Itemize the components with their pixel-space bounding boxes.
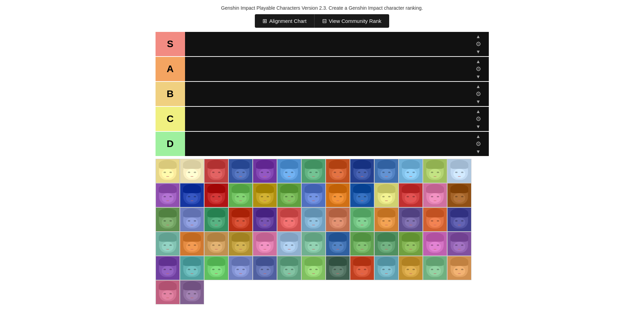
tier-settings-a-icon[interactable]: ⚙ bbox=[476, 65, 481, 73]
tier-move-down-d[interactable]: ▼ bbox=[475, 148, 482, 155]
char-amber[interactable] bbox=[204, 159, 228, 183]
char-cyno[interactable] bbox=[156, 256, 180, 280]
char-thoma[interactable] bbox=[180, 232, 204, 256]
tier-move-down-s[interactable]: ▼ bbox=[475, 49, 482, 55]
tier-content-s[interactable] bbox=[185, 32, 468, 56]
char-aloy[interactable] bbox=[423, 207, 447, 232]
char-yanfei[interactable] bbox=[277, 207, 301, 232]
tier-move-up-d[interactable]: ▲ bbox=[475, 133, 482, 139]
char-kirara[interactable] bbox=[447, 256, 471, 280]
char-yelan[interactable] bbox=[326, 232, 350, 256]
char-nilou[interactable] bbox=[180, 256, 204, 280]
tier-move-down-b[interactable]: ▼ bbox=[475, 98, 482, 105]
char-xingqiu[interactable] bbox=[374, 159, 399, 183]
char-baizhu[interactable] bbox=[423, 256, 447, 280]
char-razor[interactable] bbox=[301, 183, 326, 207]
char-barbara[interactable] bbox=[277, 159, 301, 183]
char-venti[interactable] bbox=[301, 159, 326, 183]
char-xiao[interactable] bbox=[204, 207, 228, 232]
tier-move-up-b[interactable]: ▲ bbox=[475, 83, 482, 89]
char-rosaria[interactable] bbox=[253, 207, 277, 232]
tier-controls-d: ▲ ⚙ ▼ bbox=[468, 132, 489, 156]
tier-content-a[interactable] bbox=[185, 57, 468, 81]
char-lumine[interactable] bbox=[180, 159, 204, 183]
char-albedo[interactable] bbox=[156, 207, 180, 232]
char-candace[interactable] bbox=[447, 232, 471, 256]
char-itto[interactable] bbox=[204, 232, 228, 256]
char-faruzan[interactable] bbox=[277, 256, 301, 280]
char-kazuha[interactable] bbox=[326, 207, 350, 232]
char-jean[interactable] bbox=[228, 183, 253, 207]
char-beidou[interactable] bbox=[350, 159, 374, 183]
char-dori[interactable] bbox=[423, 232, 447, 256]
char-portrait-kaveh bbox=[399, 256, 423, 280]
char-eula[interactable] bbox=[301, 207, 326, 232]
tier-settings-c-icon[interactable]: ⚙ bbox=[476, 115, 481, 123]
tier-move-up-a[interactable]: ▲ bbox=[475, 58, 482, 64]
tier-move-down-a[interactable]: ▼ bbox=[475, 74, 482, 80]
char-layla[interactable] bbox=[228, 256, 253, 280]
alignment-chart-button[interactable]: ⊞ Alignment Chart bbox=[255, 14, 314, 28]
char-xiangling[interactable] bbox=[326, 159, 350, 183]
char-portrait-kokomi bbox=[156, 232, 179, 256]
char-portrait-nilou bbox=[180, 256, 204, 280]
char-chongyun[interactable] bbox=[399, 159, 423, 183]
char-shenhe[interactable] bbox=[277, 232, 301, 256]
char-bennett[interactable] bbox=[326, 183, 350, 207]
char-yae[interactable] bbox=[253, 232, 277, 256]
char-kaeya[interactable] bbox=[228, 159, 253, 183]
char-zhongli[interactable] bbox=[447, 183, 471, 207]
char-diluc[interactable] bbox=[204, 183, 228, 207]
char-yoimiya[interactable] bbox=[374, 207, 399, 232]
char-shinobu[interactable] bbox=[350, 232, 374, 256]
char-qiqi[interactable] bbox=[447, 159, 471, 183]
char-noelle[interactable] bbox=[423, 159, 447, 183]
char-portrait-venti bbox=[302, 159, 325, 183]
char-wanderer[interactable] bbox=[253, 256, 277, 280]
char-kaveh[interactable] bbox=[399, 256, 423, 280]
tier-label-c: C bbox=[156, 107, 185, 131]
tier-content-c[interactable] bbox=[185, 107, 468, 131]
char-aether[interactable] bbox=[156, 159, 180, 183]
char-tartaglia[interactable] bbox=[350, 183, 374, 207]
char-gorou[interactable] bbox=[228, 232, 253, 256]
char-yaoyao[interactable] bbox=[301, 256, 326, 280]
tier-settings-s-icon[interactable]: ⚙ bbox=[476, 40, 481, 48]
char-alhaitham[interactable] bbox=[326, 256, 350, 280]
tier-move-up-s[interactable]: ▲ bbox=[475, 33, 482, 40]
char-dehya[interactable] bbox=[350, 256, 374, 280]
char-kokomi[interactable] bbox=[156, 232, 180, 256]
char-xinyan[interactable] bbox=[399, 183, 423, 207]
char-shogun[interactable] bbox=[399, 207, 423, 232]
char-lyney[interactable] bbox=[156, 280, 180, 304]
char-portrait-keqing bbox=[156, 183, 179, 207]
tier-settings-b-icon[interactable]: ⚙ bbox=[476, 90, 481, 98]
char-portrait-kirara bbox=[448, 256, 471, 280]
tier-content-d[interactable] bbox=[185, 132, 468, 156]
char-sayu[interactable] bbox=[350, 207, 374, 232]
tier-move-up-c[interactable]: ▲ bbox=[475, 108, 482, 114]
char-keqing[interactable] bbox=[156, 183, 180, 207]
tier-move-down-c[interactable]: ▼ bbox=[475, 123, 482, 130]
char-mona[interactable] bbox=[180, 183, 204, 207]
tier-content-b[interactable] bbox=[185, 82, 468, 106]
char-nahida[interactable] bbox=[204, 256, 228, 280]
tier-settings-d-icon[interactable]: ⚙ bbox=[476, 140, 481, 148]
char-fischl[interactable] bbox=[253, 183, 277, 207]
char-portrait-dehya bbox=[350, 256, 374, 280]
char-ganyu[interactable] bbox=[180, 207, 204, 232]
char-sucrose[interactable] bbox=[277, 183, 301, 207]
char-diona[interactable] bbox=[423, 183, 447, 207]
char-collei[interactable] bbox=[399, 232, 423, 256]
char-hu_tao[interactable] bbox=[228, 207, 253, 232]
char-tighnari[interactable] bbox=[374, 232, 399, 256]
community-rank-button[interactable]: ⊟ View Community Rank bbox=[314, 14, 389, 28]
char-portrait-yoimiya bbox=[375, 208, 398, 231]
char-mika[interactable] bbox=[374, 256, 399, 280]
char-lynette[interactable] bbox=[180, 280, 204, 304]
char-heizou[interactable] bbox=[301, 232, 326, 256]
char-sara[interactable] bbox=[447, 207, 471, 232]
char-portrait-amber bbox=[204, 159, 228, 183]
char-ningguang[interactable] bbox=[374, 183, 399, 207]
char-lisa[interactable] bbox=[253, 159, 277, 183]
